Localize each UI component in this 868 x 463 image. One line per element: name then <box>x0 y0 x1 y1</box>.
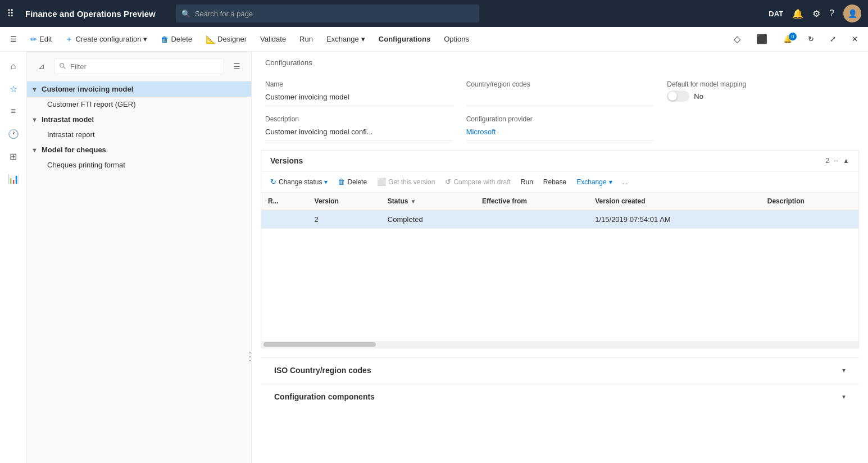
get-this-version-button[interactable]: ⬜ Get this version <box>372 175 439 189</box>
versions-wrapper: Versions 2 -- ▲ ↻ Change status ▾ <box>252 150 868 409</box>
form-grid: Name Customer invoicing model Country/re… <box>252 71 868 150</box>
more-button[interactable]: ... <box>618 175 633 189</box>
delete-button[interactable]: 🗑 Delete <box>155 31 198 47</box>
validate-button[interactable]: Validate <box>255 31 292 47</box>
versions-separator: -- <box>834 157 838 165</box>
th-version: Version <box>308 193 381 210</box>
options-button[interactable]: Options <box>438 31 475 47</box>
tree-panel: ⊿ ☰ ▼ Customer invoicing model Customer … <box>27 52 252 463</box>
refresh-button[interactable]: ↻ <box>802 31 820 47</box>
filter-tree-icon[interactable]: ⊿ <box>31 56 52 76</box>
chart-icon[interactable]: 📊 <box>3 169 24 189</box>
change-status-button[interactable]: ↻ Change status ▾ <box>266 175 332 189</box>
iso-section: ISO Country/region codes ▾ <box>261 357 859 383</box>
field-country: Country/region codes <box>466 80 654 106</box>
versions-exchange-button[interactable]: Exchange ▾ <box>572 175 616 189</box>
search-input[interactable] <box>195 10 474 18</box>
th-status: Status ▼ <box>381 193 475 210</box>
run-button[interactable]: Run <box>294 31 319 47</box>
hamburger-button[interactable]: ☰ <box>4 31 22 47</box>
components-section-header[interactable]: Configuration components ▾ <box>261 384 859 409</box>
toggle-group: No <box>667 90 855 102</box>
apps-icon[interactable]: ⠿ <box>7 7 14 20</box>
content-top: Configurations <box>252 52 868 71</box>
scrollbar-thumb[interactable] <box>263 342 376 347</box>
versions-delete-label: Delete <box>347 178 367 186</box>
versions-collapse-icon[interactable]: ▲ <box>843 157 849 165</box>
tree-menu-icon[interactable]: ☰ <box>226 56 247 76</box>
country-label: Country/region codes <box>466 80 654 88</box>
table-row[interactable]: 2 Completed 1/15/2019 07:54:01 AM <box>261 210 858 229</box>
horizontal-scrollbar[interactable] <box>261 341 858 348</box>
tree-item-label: Cheques printing format <box>47 161 125 169</box>
home-icon[interactable]: ⌂ <box>3 56 24 76</box>
versions-title: Versions <box>270 156 303 165</box>
versions-toolbar: ↻ Change status ▾ 🗑 Delete ⬜ Get this ve… <box>261 171 858 193</box>
exchange-label: Exchange <box>326 35 359 43</box>
status-filter-icon[interactable]: ▼ <box>411 198 416 205</box>
diamond-icon-button[interactable]: ◇ <box>728 30 746 48</box>
versions-section-header[interactable]: Versions 2 -- ▲ <box>261 151 858 171</box>
close-button[interactable]: ✕ <box>846 31 864 47</box>
designer-button[interactable]: 📐 Designer <box>200 31 252 47</box>
field-provider: Configuration provider Microsoft <box>466 115 654 141</box>
tree-item-intrastat-report[interactable]: Intrastat report <box>27 127 251 142</box>
rebase-button[interactable]: Rebase <box>539 175 571 189</box>
avatar[interactable]: 👤 <box>843 4 861 22</box>
versions-table-head: R... Version Status ▼ Effective from Ver <box>261 193 858 210</box>
get-this-version-label: Get this version <box>388 178 435 186</box>
tree-item-label: Intrastat model <box>42 115 94 124</box>
versions-section: Versions 2 -- ▲ ↻ Change status ▾ <box>261 150 859 348</box>
versions-delete-button[interactable]: 🗑 Delete <box>333 175 371 189</box>
help-icon[interactable]: ? <box>829 8 834 19</box>
clock-icon[interactable]: 🕐 <box>3 124 24 144</box>
grid-icon[interactable]: ⊞ <box>3 146 24 166</box>
tree-item-customer-invoicing-model[interactable]: ▼ Customer invoicing model <box>27 81 251 97</box>
versions-run-button[interactable]: Run <box>516 175 538 189</box>
change-status-label: Change status <box>279 178 322 186</box>
cell-description <box>761 210 858 229</box>
rebase-label: Rebase <box>543 178 566 186</box>
exchange-button[interactable]: Exchange ▾ <box>321 31 371 47</box>
configurations-label: Configurations <box>379 35 430 43</box>
expand-icon: ▼ <box>31 116 39 123</box>
edit-button[interactable]: ✏ Edit <box>25 31 57 47</box>
components-title: Configuration components <box>274 392 375 401</box>
tree-item-intrastat-model[interactable]: ▼ Intrastat model <box>27 112 251 127</box>
create-configuration-button[interactable]: ＋ Create configuration ▾ <box>60 31 153 48</box>
versions-table-body: 2 Completed 1/15/2019 07:54:01 AM <box>261 210 858 229</box>
drag-handle[interactable]: ⋮ <box>244 351 256 362</box>
th-description: Description <box>761 193 858 210</box>
search-box[interactable]: 🔍 <box>176 4 479 22</box>
tree-item-customer-fti-report[interactable]: Customer FTI report (GER) <box>27 97 251 112</box>
default-mapping-value: No <box>694 92 703 101</box>
iso-section-header[interactable]: ISO Country/region codes ▾ <box>261 358 859 383</box>
versions-table-wrapper: R... Version Status ▼ Effective from Ver <box>261 193 858 348</box>
settings-icon[interactable]: ⚙ <box>812 8 820 19</box>
search-icon: 🔍 <box>181 10 190 18</box>
exchange-chevron: ▾ <box>361 35 365 43</box>
th-r: R... <box>261 193 308 210</box>
name-label: Name <box>265 80 453 88</box>
versions-count: 2 <box>825 157 829 165</box>
notification-badge-button[interactable]: 🔔 0 <box>778 31 798 47</box>
default-mapping-toggle[interactable] <box>667 90 689 102</box>
tree-item-cheques-printing-format[interactable]: Cheques printing format <box>27 157 251 173</box>
star-icon[interactable]: ☆ <box>3 79 24 99</box>
versions-delete-icon: 🗑 <box>338 178 345 186</box>
list-icon[interactable]: ≡ <box>3 101 24 121</box>
versions-header-row: R... Version Status ▼ Effective from Ver <box>261 193 858 210</box>
field-name: Name Customer invoicing model <box>265 80 453 106</box>
filter-input[interactable] <box>54 58 224 74</box>
expand-icon: ▼ <box>31 147 39 153</box>
top-bar-right: DAT 🔔 ⚙ ? 👤 <box>769 4 861 22</box>
default-mapping-label: Default for model mapping <box>667 80 855 88</box>
configurations-button[interactable]: Configurations <box>373 31 436 47</box>
delete-icon: 🗑 <box>161 35 169 44</box>
tree-item-model-for-cheques[interactable]: ▼ Model for cheques <box>27 142 251 157</box>
notification-icon[interactable]: 🔔 <box>792 8 803 19</box>
detach-button[interactable]: ⤢ <box>824 31 842 47</box>
compare-with-draft-button[interactable]: ↺ Compare with draft <box>440 175 515 189</box>
provider-value[interactable]: Microsoft <box>466 125 654 141</box>
office-icon-button[interactable]: ⬛ <box>751 30 773 48</box>
